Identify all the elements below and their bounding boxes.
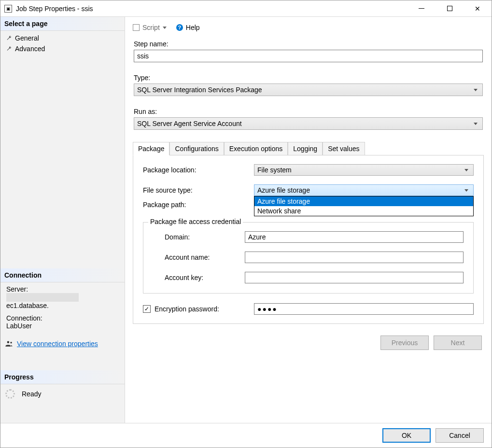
type-value: SQL Server Integration Services Package — [137, 86, 262, 94]
chevron-down-icon — [464, 189, 468, 192]
file-source-value: Azure file storage — [257, 186, 310, 194]
file-source-row: File source type: Azure file storage Azu… — [143, 184, 474, 196]
minimize-button[interactable] — [408, 0, 436, 16]
package-path-label: Package path: — [143, 201, 254, 209]
file-source-select[interactable]: Azure file storage — [254, 184, 474, 196]
script-button[interactable]: Script — [142, 24, 160, 31]
cancel-button[interactable]: Cancel — [436, 428, 484, 443]
step-name-label: Step name: — [134, 40, 483, 48]
account-key-label: Account key: — [153, 274, 245, 281]
chevron-down-icon — [464, 169, 468, 171]
progress-status: Ready — [22, 390, 41, 398]
script-icon — [133, 24, 140, 31]
credential-groupbox: Package file access credential Domain: A… — [143, 222, 474, 294]
tab-body: Package location: File system File sourc… — [133, 155, 484, 324]
sidebar: Select a page General Advanced Connectio… — [0, 17, 125, 423]
encryption-label: Encryption password: — [155, 305, 254, 313]
people-icon — [4, 339, 13, 348]
server-suffix: ec1.database. — [6, 302, 49, 309]
tab-container: Package Configurations Execution options… — [133, 141, 484, 324]
view-connection-link[interactable]: View connection properties — [17, 340, 98, 348]
wizard-nav: Previous Next — [133, 324, 484, 355]
dialog-footer: OK Cancel — [0, 423, 492, 448]
runas-select[interactable]: SQL Server Agent Service Account — [134, 117, 483, 130]
connection-value: LabUser — [6, 322, 119, 330]
view-connection-row: View connection properties — [0, 336, 125, 351]
package-location-row: Package location: File system — [143, 164, 474, 176]
file-source-dropdown: Azure file storage Network share — [254, 196, 474, 216]
select-page-header: Select a page — [0, 17, 125, 31]
server-value: ec1.database. — [6, 293, 119, 309]
spinner-icon — [5, 389, 15, 399]
titlebar: ▣ Job Step Properties - ssis — [0, 0, 492, 17]
account-name-row: Account name: — [153, 252, 464, 263]
tab-configurations[interactable]: Configurations — [169, 142, 224, 155]
previous-button[interactable]: Previous — [380, 336, 429, 350]
chevron-down-icon — [474, 123, 478, 125]
tab-logging[interactable]: Logging — [288, 142, 323, 155]
account-name-label: Account name: — [153, 253, 245, 261]
next-button[interactable]: Next — [434, 336, 482, 350]
encryption-input[interactable] — [254, 303, 474, 315]
help-button[interactable]: Help — [186, 24, 200, 31]
server-redacted — [6, 293, 79, 302]
window-title: Job Step Properties - ssis — [16, 5, 408, 13]
account-name-input[interactable] — [245, 252, 464, 263]
package-location-select[interactable]: File system — [254, 164, 474, 176]
type-label: Type: — [134, 74, 483, 82]
progress-header: Progress — [0, 370, 125, 384]
file-source-option-azure[interactable]: Azure file storage — [254, 196, 473, 206]
encryption-row: ✓ Encryption password: — [143, 303, 474, 315]
tab-strip: Package Configurations Execution options… — [133, 141, 484, 155]
wrench-icon — [6, 35, 12, 41]
ok-button[interactable]: OK — [382, 428, 431, 443]
close-button[interactable] — [464, 0, 492, 16]
close-icon — [475, 5, 480, 13]
step-form: Step name: Type: SQL Server Integration … — [133, 37, 484, 130]
runas-label: Run as: — [134, 108, 483, 115]
maximize-icon — [447, 6, 452, 11]
sidebar-item-label: General — [15, 34, 39, 42]
type-select[interactable]: SQL Server Integration Services Package — [134, 84, 483, 96]
connection-section: Server: ec1.database. Connection: LabUse… — [0, 282, 125, 336]
chevron-down-icon — [474, 89, 478, 91]
account-key-input[interactable] — [245, 272, 464, 283]
main-content: Script ? Help Step name: Type: SQL Serve… — [125, 17, 492, 423]
encryption-checkbox[interactable]: ✓ — [143, 305, 151, 313]
maximize-button[interactable] — [436, 0, 464, 16]
step-name-input[interactable] — [134, 50, 483, 62]
runas-value: SQL Server Agent Service Account — [137, 120, 242, 127]
domain-row: Domain: — [153, 231, 464, 243]
domain-input[interactable] — [245, 231, 464, 243]
server-label: Server: — [6, 285, 119, 293]
sidebar-item-general[interactable]: General — [0, 33, 125, 43]
help-icon: ? — [176, 24, 183, 31]
credential-legend: Package file access credential — [148, 218, 243, 225]
tab-set-values[interactable]: Set values — [323, 142, 365, 155]
window-controls — [408, 0, 492, 16]
window-frame: ▣ Job Step Properties - ssis Select a pa… — [0, 0, 492, 448]
account-key-row: Account key: — [153, 272, 464, 283]
page-list: General Advanced — [0, 31, 125, 56]
main-toolbar: Script ? Help — [133, 22, 484, 37]
tab-package[interactable]: Package — [133, 142, 169, 155]
package-location-value: File system — [257, 166, 292, 174]
sidebar-item-label: Advanced — [15, 45, 45, 53]
app-icon: ▣ — [4, 5, 12, 13]
file-source-label: File source type: — [143, 186, 254, 194]
progress-row: Ready — [0, 384, 125, 404]
connection-header: Connection — [0, 268, 125, 282]
tab-execution-options[interactable]: Execution options — [224, 142, 288, 155]
package-location-label: Package location: — [143, 166, 254, 174]
connection-label: Connection: — [6, 314, 119, 322]
wrench-icon — [6, 46, 12, 52]
file-source-option-network[interactable]: Network share — [254, 206, 473, 216]
chevron-down-icon[interactable] — [163, 27, 167, 29]
sidebar-item-advanced[interactable]: Advanced — [0, 43, 125, 54]
minimize-icon — [419, 8, 424, 9]
body-split: Select a page General Advanced Connectio… — [0, 17, 492, 423]
domain-label: Domain: — [153, 233, 245, 241]
